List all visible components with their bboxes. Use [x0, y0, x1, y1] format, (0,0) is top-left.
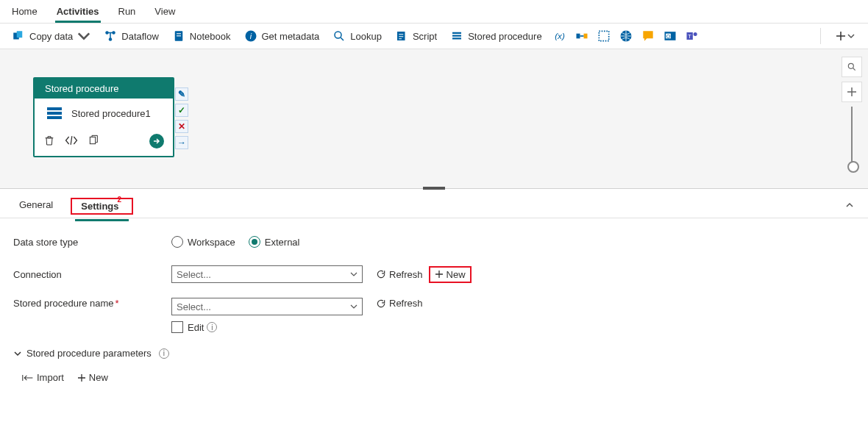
- refresh-icon: [376, 298, 386, 309]
- paneltab-settings-label: Settings: [81, 201, 118, 212]
- badge-fail[interactable]: ✕: [175, 120, 188, 133]
- edit-info-icon[interactable]: i: [207, 322, 217, 332]
- panel-resize-handle[interactable]: [423, 187, 445, 190]
- stored-procedure-icon: [450, 29, 463, 43]
- plus-icon: [836, 31, 846, 41]
- svg-text:T: T: [688, 33, 691, 40]
- edit-checkbox[interactable]: [171, 321, 183, 333]
- canvas-search-button[interactable]: [842, 57, 862, 77]
- stored-procedure-icon: [45, 106, 64, 121]
- radio-workspace[interactable]: Workspace: [171, 236, 235, 248]
- settings-badge: 2: [118, 196, 122, 204]
- toolbar-divider: [820, 28, 821, 44]
- dataflow-button[interactable]: Dataflow: [101, 28, 162, 44]
- sp-params-label: Stored procedure parameters: [26, 348, 152, 359]
- chevron-down-icon: [847, 32, 855, 40]
- get-metadata-button[interactable]: i Get metadata: [241, 28, 323, 44]
- search-icon: [332, 29, 346, 43]
- script-button[interactable]: Script: [392, 28, 440, 44]
- dataflow-label: Dataflow: [121, 31, 159, 42]
- new-param-button[interactable]: New: [77, 372, 108, 383]
- container-icon[interactable]: [597, 29, 611, 43]
- get-metadata-label: Get metadata: [262, 31, 320, 42]
- connection-select[interactable]: Select...: [171, 265, 363, 283]
- notebook-icon: [172, 29, 185, 43]
- sp-params-info-icon[interactable]: i: [159, 348, 169, 359]
- dataflow-icon: [104, 29, 117, 43]
- plus-icon: [77, 373, 86, 382]
- script-label: Script: [413, 31, 437, 42]
- svg-rect-7: [177, 35, 181, 36]
- lookup-label: Lookup: [350, 31, 382, 42]
- svg-point-10: [335, 32, 341, 38]
- svg-point-26: [693, 32, 697, 36]
- svg-rect-17: [576, 34, 580, 39]
- svg-rect-15: [452, 37, 461, 39]
- activity-name: Stored procedure1: [71, 108, 151, 119]
- panel-collapse-button[interactable]: [844, 200, 855, 212]
- teams-icon[interactable]: T: [685, 29, 700, 43]
- notebook-button[interactable]: Notebook: [169, 28, 234, 44]
- connection-new-button[interactable]: New: [429, 266, 472, 283]
- sp-params-toggle[interactable]: Stored procedure parameters i: [13, 348, 855, 359]
- tab-view[interactable]: View: [153, 4, 177, 23]
- activity-title: Stored procedure: [35, 79, 173, 99]
- paneltab-settings[interactable]: Settings2: [75, 196, 129, 221]
- badge-edit[interactable]: ✎: [175, 87, 188, 101]
- svg-rect-6: [177, 33, 181, 34]
- stored-procedure-label: Stored procedure: [468, 31, 541, 42]
- activity-stored-procedure[interactable]: Stored procedure Stored procedure1: [33, 77, 174, 157]
- connection-refresh-button[interactable]: Refresh: [376, 269, 423, 280]
- code-activity-button[interactable]: [64, 135, 79, 148]
- svg-rect-29: [47, 116, 62, 119]
- clone-activity-button[interactable]: [88, 135, 99, 148]
- label-datastoretype: Data store type: [13, 237, 171, 248]
- chevron-down-icon: [13, 349, 22, 358]
- tab-home[interactable]: Home: [10, 4, 39, 23]
- run-activity-button[interactable]: [149, 134, 164, 148]
- import-button[interactable]: Import: [22, 372, 64, 383]
- sp-refresh-button[interactable]: Refresh: [376, 298, 423, 309]
- sp-name-placeholder: Select...: [177, 301, 211, 312]
- canvas-zoom-in-button[interactable]: [842, 82, 862, 102]
- svg-point-31: [848, 63, 853, 68]
- svg-text:O: O: [666, 34, 670, 39]
- chat-icon[interactable]: [641, 29, 655, 43]
- web-icon[interactable]: [619, 29, 633, 43]
- label-connection: Connection: [13, 269, 171, 280]
- chevron-down-icon: [350, 271, 357, 278]
- notebook-label: Notebook: [190, 31, 231, 42]
- zoom-slider[interactable]: [851, 107, 853, 168]
- variable-icon[interactable]: (x): [552, 29, 567, 43]
- svg-line-11: [341, 37, 344, 40]
- delete-activity-button[interactable]: [43, 135, 55, 148]
- tab-activities[interactable]: Activities: [55, 4, 101, 23]
- paneltab-general[interactable]: General: [13, 195, 59, 218]
- svg-rect-13: [452, 32, 461, 34]
- sp-name-select[interactable]: Select...: [171, 298, 363, 315]
- svg-rect-19: [599, 31, 608, 40]
- radio-external[interactable]: External: [249, 236, 300, 248]
- svg-line-32: [853, 68, 855, 71]
- svg-rect-14: [452, 35, 461, 37]
- tab-run[interactable]: Run: [117, 4, 138, 23]
- svg-rect-1: [17, 31, 23, 37]
- badge-success[interactable]: ✓: [175, 104, 188, 117]
- outlook-icon[interactable]: O: [663, 29, 677, 43]
- edit-label: Edit: [188, 322, 204, 333]
- import-icon: [22, 373, 34, 382]
- svg-rect-30: [90, 137, 95, 143]
- connection-placeholder: Select...: [177, 269, 211, 280]
- svg-rect-27: [47, 107, 62, 110]
- copy-data-icon: [12, 29, 25, 43]
- badge-next[interactable]: →: [175, 136, 188, 149]
- svg-rect-18: [583, 34, 587, 39]
- lookup-button[interactable]: Lookup: [330, 28, 385, 44]
- plus-icon: [435, 270, 444, 279]
- add-activity-button[interactable]: [831, 31, 859, 41]
- pipeline-canvas[interactable]: Stored procedure Stored procedure1 ✎ ✓ ✕…: [0, 49, 868, 189]
- copy-data-button[interactable]: Copy data: [9, 28, 93, 44]
- pipeline-icon[interactable]: [574, 29, 589, 43]
- chevron-down-icon: [350, 303, 357, 310]
- stored-procedure-button[interactable]: Stored procedure: [447, 28, 544, 44]
